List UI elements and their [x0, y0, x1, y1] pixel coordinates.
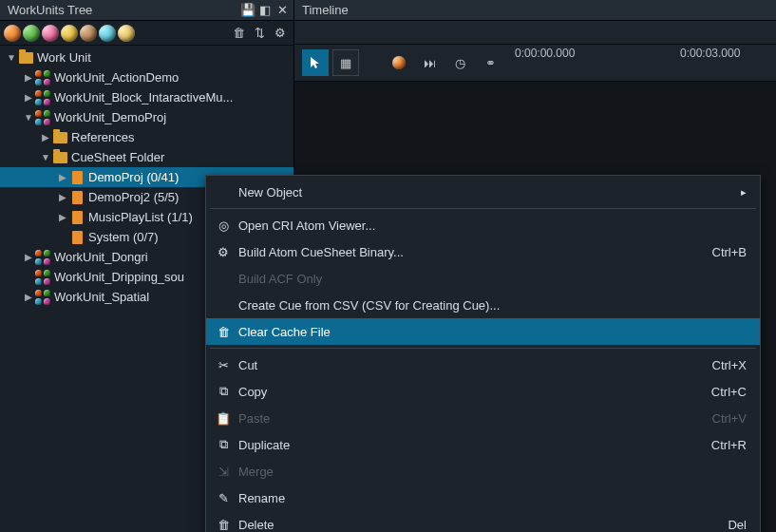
tree-item-label: WorkUnit_DemoProj: [54, 110, 166, 124]
cuesheet-icon: [68, 230, 85, 245]
panel-title: Timeline: [298, 3, 772, 17]
menu-item-label: Merge: [238, 465, 747, 479]
chevron-down-icon[interactable]: ▼: [40, 152, 51, 162]
tree-item-label: DemoProj2 (5/5): [88, 190, 179, 204]
sort-icon[interactable]: ⇅: [250, 24, 269, 43]
chevron-right-icon[interactable]: ▶: [23, 252, 34, 262]
workunit-icon: [34, 90, 51, 105]
filter-ball-pink[interactable]: [42, 25, 59, 42]
grid-tool-button[interactable]: ▦: [332, 49, 359, 76]
tree-item-label: WorkUnit_Spatial: [54, 290, 149, 304]
menu-item-shortcut: Ctrl+R: [711, 438, 747, 452]
menu-item-icon: ⧉: [214, 384, 233, 399]
tree-row[interactable]: ▼Work Unit: [0, 48, 293, 67]
filter-ball-gold[interactable]: [118, 25, 135, 42]
folder-icon: [51, 150, 68, 165]
menu-item-icon: ✎: [214, 491, 233, 505]
gear-icon[interactable]: ⚙: [271, 24, 290, 43]
menu-item-label: Build Atom CueSheet Binary...: [238, 245, 712, 259]
tree-row[interactable]: ▶WorkUnit_ActionDemo: [0, 67, 293, 87]
workunit-icon: [34, 110, 51, 125]
menu-item: 📋PasteCtrl+V: [206, 405, 760, 431]
menu-item[interactable]: ⧉CopyCtrl+C: [206, 378, 760, 405]
menu-item-label: Create Cue from CSV (CSV for Creating Cu…: [238, 298, 747, 313]
chevron-right-icon[interactable]: ▶: [57, 172, 68, 182]
menu-item-icon: ⚙: [214, 245, 233, 259]
tree-row[interactable]: ▼WorkUnit_DemoProj: [0, 107, 293, 127]
chevron-right-icon[interactable]: ▶: [23, 292, 34, 302]
menu-item-icon: ✂: [214, 358, 233, 372]
panel-header: WorkUnits Tree 💾 ◧ ✕: [0, 0, 293, 21]
menu-item-icon: ◎: [214, 218, 233, 233]
menu-item-label: Paste: [238, 411, 712, 426]
folder-icon: [51, 130, 68, 145]
folder-icon: [17, 50, 34, 66]
menu-item: Build ACF Only: [206, 265, 760, 292]
menu-item-icon: 🗑: [214, 518, 233, 532]
filter-ball-green[interactable]: [23, 25, 40, 42]
menu-item[interactable]: 🗑Clear Cache File: [206, 318, 760, 345]
filter-ball-yellow[interactable]: [61, 25, 78, 42]
chevron-right-icon[interactable]: ▶: [40, 132, 51, 142]
menu-item[interactable]: ✂CutCtrl+X: [206, 352, 760, 378]
pin-icon[interactable]: ◧: [257, 3, 273, 18]
skip-icon[interactable]: ⏭: [416, 49, 443, 76]
menu-item[interactable]: ⧉DuplicateCtrl+R: [206, 431, 760, 458]
tree-item-label: Work Unit: [37, 50, 91, 65]
close-icon[interactable]: ✕: [274, 3, 290, 18]
trash-icon[interactable]: 🗑: [229, 24, 248, 43]
save-icon[interactable]: 💾: [240, 3, 256, 18]
ruler-mid: 0:00:03.000: [680, 47, 740, 60]
menu-item-icon: ⇲: [214, 465, 233, 479]
toolbar: 🗑 ⇅ ⚙: [0, 21, 293, 46]
tree-item-label: CueSheet Folder: [71, 150, 164, 164]
menu-separator: [210, 348, 756, 349]
tree-row[interactable]: ▶WorkUnit_Block_IntaractiveMu...: [0, 87, 293, 107]
chevron-down-icon[interactable]: ▼: [6, 52, 17, 63]
menu-item: ⇲Merge: [206, 458, 760, 484]
filter-ball-cyan[interactable]: [99, 25, 116, 42]
tree-row[interactable]: ▼CueSheet Folder: [0, 147, 293, 167]
filter-ball-brown[interactable]: [80, 25, 97, 42]
menu-separator: [210, 208, 756, 209]
cuesheet-icon: [68, 170, 85, 185]
menu-item-label: New Object: [238, 185, 741, 200]
menu-item-label: Open CRI Atom Viewer...: [238, 218, 747, 233]
menu-item-shortcut: Del: [728, 518, 747, 532]
menu-item[interactable]: New Object: [206, 179, 760, 205]
menu-item[interactable]: Create Cue from CSV (CSV for Creating Cu…: [206, 292, 760, 318]
chevron-right-icon[interactable]: ▶: [57, 192, 68, 202]
cuesheet-icon: [68, 190, 85, 205]
link-icon[interactable]: ⚭: [477, 49, 503, 76]
menu-item[interactable]: ✎Rename: [206, 484, 760, 511]
menu-item[interactable]: ◎Open CRI Atom Viewer...: [206, 212, 760, 238]
tree-item-label: WorkUnit_Dongri: [54, 250, 148, 264]
workunit-icon: [34, 250, 51, 265]
workunit-icon: [34, 70, 51, 86]
panel-title: WorkUnits Tree: [4, 3, 240, 17]
workunit-icon: [34, 270, 51, 285]
chevron-right-icon[interactable]: ▶: [23, 72, 34, 83]
record-icon[interactable]: [386, 49, 412, 76]
clock-icon[interactable]: ◷: [446, 49, 473, 76]
menu-item-label: Rename: [238, 491, 747, 505]
chevron-right-icon[interactable]: ▶: [57, 212, 68, 222]
menu-item-label: Cut: [238, 358, 712, 372]
menu-item-label: Delete: [238, 518, 728, 532]
menu-item-label: Copy: [238, 385, 711, 399]
pointer-tool-button[interactable]: [302, 49, 329, 76]
chevron-down-icon[interactable]: ▼: [23, 112, 34, 123]
tree-item-label: WorkUnit_Dripping_sou: [54, 270, 184, 284]
context-menu: New Object◎Open CRI Atom Viewer...⚙Build…: [205, 175, 761, 532]
chevron-right-icon[interactable]: ▶: [23, 92, 34, 103]
tree-row[interactable]: ▶References: [0, 127, 293, 147]
tree-item-label: WorkUnit_ActionDemo: [54, 70, 179, 85]
tree-item-label: DemoProj (0/41): [88, 170, 179, 184]
menu-item-shortcut: Ctrl+X: [712, 358, 747, 372]
menu-item-shortcut: Ctrl+C: [711, 385, 747, 399]
menu-item[interactable]: 🗑DeleteDel: [206, 511, 760, 532]
menu-item-shortcut: Ctrl+V: [712, 411, 747, 426]
menu-item[interactable]: ⚙Build Atom CueSheet Binary...Ctrl+B: [206, 238, 760, 265]
workunit-icon: [34, 290, 51, 305]
filter-ball-orange[interactable]: [4, 25, 21, 42]
